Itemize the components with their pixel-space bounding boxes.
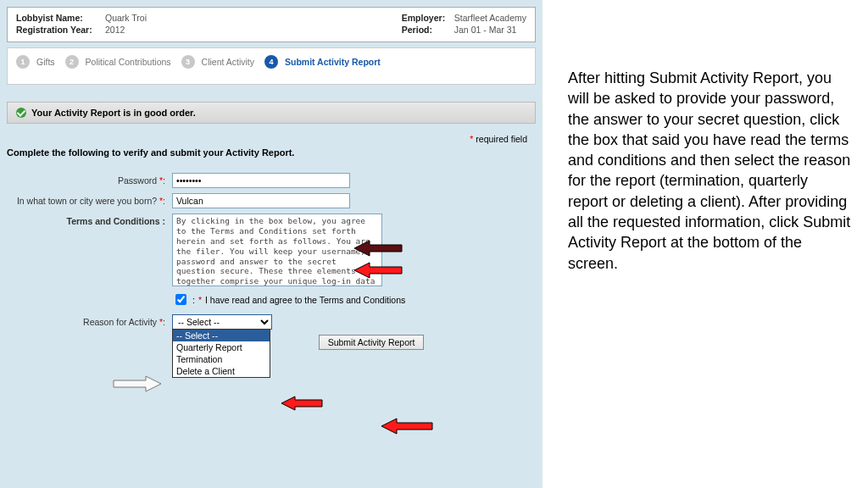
header-right: Employer:Starfleet Academy Period:Jan 01… [402, 13, 526, 36]
status-text: Your Activity Report is in good order. [31, 108, 196, 118]
step-2-label[interactable]: Political Contributions [86, 57, 171, 67]
svg-marker-0 [354, 241, 402, 256]
reason-label: Reason for Activity *: [7, 314, 172, 327]
password-input[interactable] [172, 173, 350, 188]
app-panel: Lobbyist Name:Quark Troi Registration Ye… [0, 0, 542, 488]
reason-option-quarterly[interactable]: Quarterly Report [173, 341, 270, 353]
step-2-num[interactable]: 2 [65, 55, 79, 69]
reason-select[interactable]: -- Select -- [172, 314, 272, 330]
check-icon [16, 108, 26, 118]
submit-button[interactable]: Submit Activity Report [319, 335, 425, 350]
terms-textarea[interactable]: By clicking in the box below, you agree … [172, 214, 382, 286]
header-left: Lobbyist Name:Quark Troi Registration Ye… [16, 13, 147, 36]
arrow-annotation-secret [354, 261, 405, 280]
reason-option-select[interactable]: -- Select -- [173, 330, 270, 341]
reason-option-termination[interactable]: Termination [173, 353, 270, 365]
terms-label: Terms and Conditions : [7, 214, 172, 226]
svg-marker-3 [281, 396, 322, 410]
password-label: Password *: [7, 173, 172, 186]
svg-marker-4 [381, 419, 432, 434]
wizard-steps: 1 Gifts 2 Political Contributions 3 Clie… [7, 47, 536, 85]
reg-year-value: 2012 [105, 25, 125, 35]
employer-label: Employer: [402, 13, 454, 23]
svg-marker-1 [354, 263, 402, 278]
arrow-annotation-submit [381, 417, 436, 435]
step-3-label[interactable]: Client Activity [202, 57, 254, 67]
required-note: * required field [7, 134, 536, 144]
arrow-annotation-checkbox [110, 374, 161, 393]
svg-marker-2 [114, 376, 161, 391]
header-info-box: Lobbyist Name:Quark Troi Registration Ye… [7, 7, 536, 42]
arrow-annotation-password [354, 239, 405, 258]
agree-label: I have read and agree to the Terms and C… [205, 295, 405, 305]
step-4-num[interactable]: 4 [264, 55, 278, 69]
status-bar: Your Activity Report is in good order. [7, 102, 536, 124]
step-3-num[interactable]: 3 [181, 55, 195, 69]
secret-question-label: In what town or city were you born? *: [7, 193, 172, 206]
lobbyist-name-label: Lobbyist Name: [16, 13, 105, 23]
step-1-label[interactable]: Gifts [36, 57, 55, 67]
instruction-text: Complete the following to verify and sub… [7, 147, 536, 158]
agree-checkbox[interactable] [175, 294, 186, 305]
arrow-annotation-reason [281, 395, 326, 412]
period-value: Jan 01 - Mar 31 [454, 25, 517, 35]
reason-option-delete[interactable]: Delete a Client [173, 365, 270, 377]
step-1-num[interactable]: 1 [16, 55, 30, 69]
lobbyist-name-value: Quark Troi [105, 13, 147, 23]
explanatory-text: After hitting Submit Activity Report, yo… [542, 0, 868, 488]
employer-value: Starfleet Academy [454, 13, 526, 23]
period-label: Period: [402, 25, 454, 35]
secret-answer-input[interactable] [172, 193, 350, 208]
step-4-label[interactable]: Submit Activity Report [285, 57, 381, 67]
reason-dropdown-list: -- Select -- Quarterly Report Terminatio… [172, 329, 270, 378]
reg-year-label: Registration Year: [16, 25, 105, 35]
